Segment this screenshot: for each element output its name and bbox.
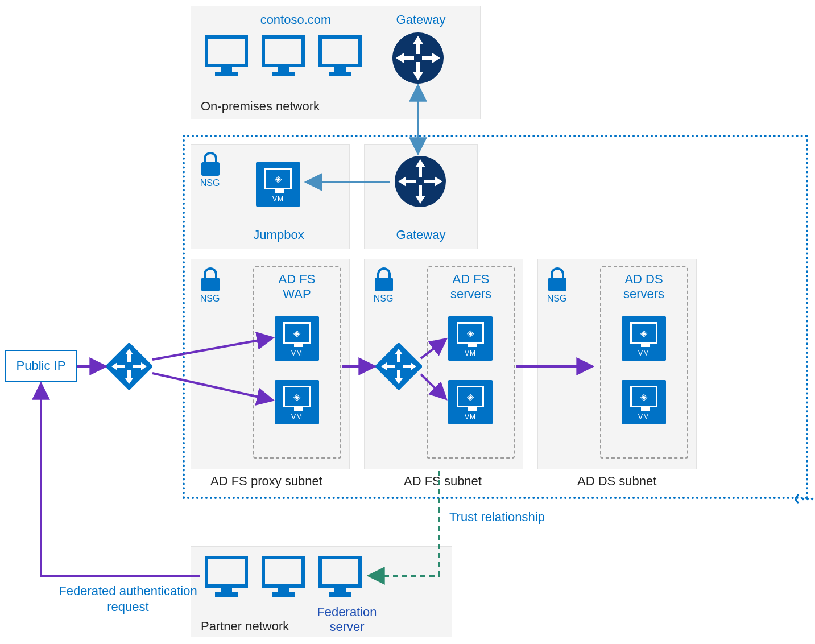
vm-icon: ◈VM: [448, 316, 493, 361]
lock-icon: [546, 267, 569, 296]
monitor-icon: [260, 34, 306, 79]
expand-icon: [795, 490, 815, 510]
vm-label: VM: [465, 349, 476, 357]
svg-rect-36: [263, 558, 303, 586]
azure-gateway-label: Gateway: [387, 228, 455, 242]
vm-label: VM: [638, 413, 649, 421]
vm-label: VM: [638, 349, 649, 357]
svg-rect-37: [278, 588, 289, 592]
onprem-caption: On-premises network: [201, 99, 320, 114]
adfs-title: AD FS servers: [437, 272, 505, 302]
svg-rect-33: [206, 558, 246, 586]
nsg-label: NSG: [197, 178, 223, 188]
svg-rect-8: [329, 72, 351, 76]
lock-icon: [373, 267, 395, 296]
load-balancer-icon: [106, 343, 152, 392]
onprem-gateway-label: Gateway: [387, 13, 455, 27]
nsg-label: NSG: [197, 294, 223, 304]
svg-rect-14: [201, 162, 220, 176]
svg-point-43: [806, 498, 809, 501]
svg-rect-4: [278, 67, 289, 72]
monitor-icon: [260, 555, 306, 599]
adfs-caption: AD FS subnet: [404, 474, 482, 489]
nsg-label: NSG: [370, 294, 396, 304]
gateway-router-icon: [394, 155, 447, 210]
adfs-wap-caption: AD FS proxy subnet: [210, 474, 322, 489]
lock-icon: [199, 267, 222, 296]
vm-icon: ◈VM: [275, 316, 319, 361]
load-balancer-icon: [375, 343, 422, 392]
vm-label: VM: [272, 195, 284, 203]
federation-server-label: Federation server: [301, 605, 392, 634]
svg-rect-38: [272, 592, 295, 597]
vm-label: VM: [465, 413, 476, 421]
svg-rect-5: [272, 72, 295, 76]
adfs-wap-title: AD FS WAP: [263, 272, 331, 302]
monitor-icon: [204, 555, 249, 599]
monitor-icon: [317, 34, 363, 79]
public-ip-box: Public IP: [5, 350, 77, 382]
vm-icon: ◈VM: [275, 380, 319, 424]
svg-rect-35: [215, 592, 238, 597]
svg-rect-21: [375, 278, 393, 291]
vm-icon: ◈VM: [256, 162, 300, 207]
adds-caption: AD DS subnet: [577, 474, 656, 489]
nsg-label: NSG: [544, 294, 570, 304]
vm-label: VM: [291, 413, 303, 421]
svg-point-42: [802, 498, 805, 501]
svg-rect-2: [215, 72, 238, 76]
svg-rect-40: [334, 588, 346, 592]
lock-icon: [199, 152, 222, 180]
federated-auth-label: Federated authentication request: [54, 583, 202, 615]
svg-point-44: [811, 498, 814, 501]
svg-rect-22: [548, 278, 566, 291]
vm-label: VM: [291, 349, 303, 357]
monitor-icon: [317, 555, 363, 599]
monitor-icon: [204, 34, 249, 79]
trust-relationship-label: Trust relationship: [449, 510, 574, 525]
svg-rect-3: [263, 37, 303, 65]
gateway-router-icon: [391, 31, 445, 87]
svg-rect-20: [201, 278, 220, 291]
onprem-title: contoso.com: [245, 13, 347, 27]
svg-rect-6: [320, 37, 360, 65]
vm-icon: ◈VM: [448, 380, 493, 424]
partner-caption: Partner network: [201, 619, 289, 634]
svg-rect-41: [329, 592, 351, 597]
svg-rect-1: [221, 67, 232, 72]
adds-title: AD DS servers: [610, 272, 678, 302]
svg-rect-0: [206, 37, 246, 65]
vm-icon: ◈VM: [622, 316, 666, 361]
svg-rect-7: [334, 67, 346, 72]
jumpbox-label: Jumpbox: [245, 228, 313, 242]
svg-rect-39: [320, 558, 360, 586]
vm-icon: ◈VM: [622, 380, 666, 424]
svg-rect-34: [221, 588, 232, 592]
